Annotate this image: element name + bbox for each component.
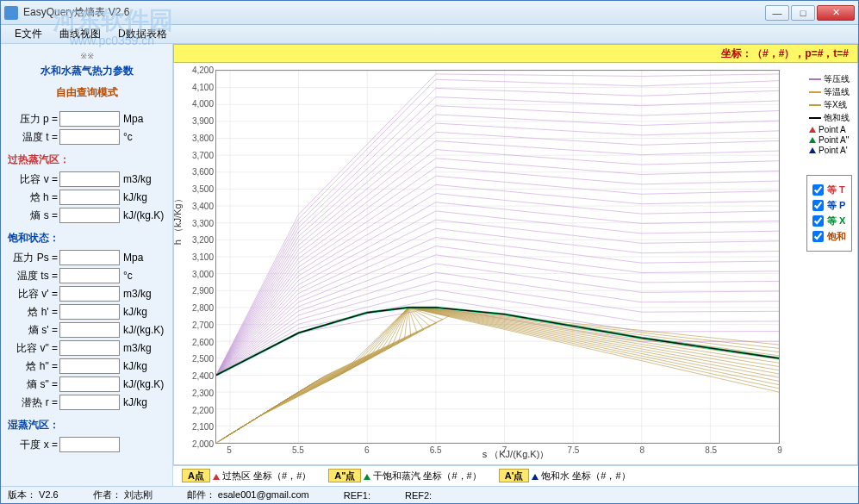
label-hp: 焓 h' = <box>8 305 59 320</box>
content-area: ※※ 水和水蒸气热力参数 自由查询模式 压力 p = Mpa 温度 t = °c… <box>1 44 858 486</box>
y-axis: 2,0002,1002,2002,3002,4002,5002,6002,700… <box>174 70 215 444</box>
label-ps: 压力 Ps = <box>8 251 59 265</box>
label-v: 比容 v = <box>8 172 59 187</box>
legend-point-a-dprime: Point A" <box>819 135 849 145</box>
label-s: 熵 s = <box>8 208 59 223</box>
checkbox-sat[interactable] <box>812 231 824 242</box>
checkbox-t[interactable] <box>812 184 824 196</box>
input-ps[interactable] <box>59 250 120 265</box>
legend-point-a: Point A <box>819 125 846 134</box>
legend-isox: 等X线 <box>824 99 847 111</box>
input-h[interactable] <box>59 190 120 205</box>
titlebar: EasyQuery焓熵表 V2.6 — □ ✕ <box>1 1 858 25</box>
input-p[interactable] <box>59 111 120 127</box>
input-hpp[interactable] <box>59 358 120 374</box>
statusbar: 版本： V2.6 作者： 刘志刚 邮件： esale001@gmail.com … <box>1 486 858 503</box>
marker-app-icon <box>364 474 370 480</box>
unit-s: kJ/(kg.K) <box>123 209 164 221</box>
legend-sat: 饱和线 <box>824 112 850 124</box>
close-button[interactable]: ✕ <box>817 5 855 21</box>
unit-p: Mpa <box>123 113 143 125</box>
chart-header: 坐标：（#，#），p=#，t=# <box>173 44 858 63</box>
input-vp[interactable] <box>59 286 120 302</box>
input-s[interactable] <box>59 208 120 223</box>
chart-footer: A点过热区 坐标（#，#） A"点干饱和蒸汽 坐标（#，#） A'点饱和水 坐标… <box>173 465 858 486</box>
check-saturation[interactable]: 饱和 <box>812 230 846 243</box>
label-vp: 比容 v' = <box>8 287 59 302</box>
menu-curve-view[interactable]: 曲线视图 <box>51 25 109 43</box>
section-wet: 湿蒸汽区： <box>8 413 165 434</box>
app-icon <box>4 6 18 20</box>
input-x[interactable] <box>59 437 120 452</box>
label-t: 温度 t = <box>8 130 59 145</box>
app-window: EasyQuery焓熵表 V2.6 — □ ✕ E文件 曲线视图 D数据表格 河… <box>0 0 859 504</box>
chart-area: 坐标：（#，#），p=#，t=# h （kJ/Kg） 2,0002,1002,2… <box>173 44 858 486</box>
legend-isotherm: 等温线 <box>824 86 850 98</box>
field-temperature: 温度 t = °c <box>8 129 165 145</box>
menu-data-table[interactable]: D数据表格 <box>109 25 176 43</box>
input-v[interactable] <box>59 171 120 187</box>
status-version: V2.6 <box>39 489 59 500</box>
status-ref1: REF1: <box>344 490 370 501</box>
input-sp[interactable] <box>59 322 120 338</box>
badge-point-a-prime: A'点 <box>499 469 530 482</box>
label-p: 压力 p = <box>8 112 59 127</box>
point-app-text: 干饱和蒸汽 坐标（#，#） <box>373 470 481 481</box>
status-author: 刘志刚 <box>124 489 153 500</box>
unit-h: kJ/kg <box>123 191 147 203</box>
plot-wrap: h （kJ/Kg） 2,0002,1002,2002,3002,4002,500… <box>174 63 857 464</box>
sidebar-title: 水和水蒸气热力参数 <box>8 60 165 82</box>
label-hpp: 焓 h" = <box>8 359 59 374</box>
input-ts[interactable] <box>59 268 120 283</box>
checkbox-x[interactable] <box>812 215 824 227</box>
input-t[interactable] <box>59 129 120 145</box>
status-mail-label: 邮件： <box>187 489 215 500</box>
legend-isobar: 等压线 <box>824 73 850 85</box>
status-ref2: REF2: <box>405 490 432 501</box>
label-x: 干度 x = <box>8 438 59 452</box>
query-mode-label: 自由查询模式 <box>8 82 165 109</box>
point-ap-text: 饱和水 坐标（#，#） <box>541 470 630 481</box>
label-h: 焓 h = <box>8 190 59 205</box>
marker-ap-icon <box>532 474 538 480</box>
label-sp: 熵 s' = <box>8 323 59 338</box>
field-pressure: 压力 p = Mpa <box>8 111 165 127</box>
input-vpp[interactable] <box>59 340 120 356</box>
label-r: 潜热 r = <box>8 395 59 410</box>
status-author-label: 作者： <box>93 489 121 500</box>
checkbox-p[interactable] <box>812 200 824 211</box>
legend-point-a-prime: Point A' <box>819 146 848 155</box>
menu-file[interactable]: E文件 <box>6 25 51 43</box>
label-vpp: 比容 v" = <box>8 341 59 356</box>
section-superheat: 过热蒸汽区： <box>8 147 165 169</box>
window-title: EasyQuery焓熵表 V2.6 <box>23 5 765 20</box>
status-version-label: 版本： <box>8 489 36 500</box>
minimize-button[interactable]: — <box>765 5 789 21</box>
label-spp: 熵 s" = <box>8 377 59 392</box>
unit-v: m3/kg <box>123 173 152 185</box>
check-isox[interactable]: 等 X <box>812 215 846 227</box>
section-saturation: 饱和状态： <box>8 226 165 247</box>
input-hp[interactable] <box>59 304 120 320</box>
menubar: E文件 曲线视图 D数据表格 <box>1 25 858 44</box>
maximize-button[interactable]: □ <box>791 5 815 21</box>
x-axis-label: s （KJ/(Kg.K)） <box>482 448 550 461</box>
legend: 等压线 等温线 等X线 饱和线 Point A Point A" Point A… <box>806 70 852 159</box>
input-spp[interactable] <box>59 376 120 392</box>
input-r[interactable] <box>59 395 120 410</box>
check-isotherm[interactable]: 等 T <box>812 184 846 196</box>
badge-point-a-dprime: A"点 <box>328 469 361 482</box>
unit-t: °c <box>123 131 133 143</box>
window-buttons: — □ ✕ <box>765 5 855 21</box>
chart-body: h （kJ/Kg） 2,0002,1002,2002,3002,4002,500… <box>173 63 858 465</box>
point-a-text: 过热区 坐标（#，#） <box>222 470 311 481</box>
badge-point-a: A点 <box>182 469 210 482</box>
plot-region[interactable] <box>215 70 780 444</box>
series-toggle-panel: 等 T 等 P 等 X 饱和 <box>806 175 852 252</box>
marker-a-icon <box>213 474 220 480</box>
coord-readout: 坐标：（#，#），p=#，t=# <box>721 47 849 61</box>
check-isobar[interactable]: 等 P <box>812 199 846 212</box>
status-mail: esale001@gmail.com <box>218 489 309 500</box>
plot-svg <box>216 71 779 443</box>
label-ts: 温度 ts = <box>8 269 59 283</box>
